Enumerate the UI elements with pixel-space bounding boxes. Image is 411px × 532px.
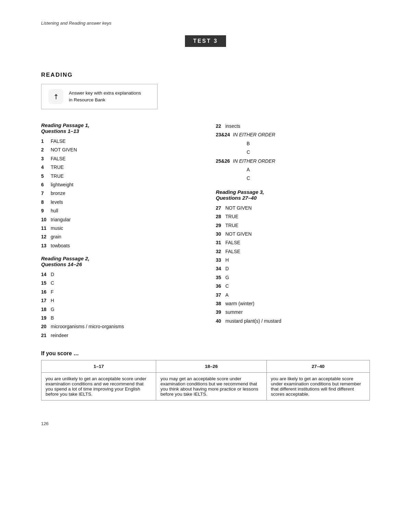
answer-item: A [216,166,370,173]
answer-item: 5TRUE [41,172,195,180]
answer-item: 2NOT GIVEN [41,146,195,153]
passage2-right-section: 22insects 23&24 IN EITHER ORDER B C 25&2… [216,122,370,182]
arrow-icon: ↗ [51,92,61,102]
answer-item: 4TRUE [41,163,195,171]
answer-item: 8levels [41,198,195,206]
answer-item: B [216,140,370,147]
score-col-header: 18–26 [156,360,266,373]
answer-item: 31FALSE [216,239,370,246]
resource-icon: ↗ [48,89,63,104]
left-column: Reading Passage 1, Questions 1–13 1FALSE… [41,119,195,340]
resource-box-text: Answer key with extra explanations in Re… [69,90,141,104]
resource-box: ↗ Answer key with extra explanations in … [41,84,158,109]
answer-item: 38warm (winter) [216,300,370,307]
answer-item: 30NOT GIVEN [216,230,370,238]
answer-item: 35G [216,274,370,281]
passage2-heading: Reading Passage 2, Questions 14–26 [41,256,195,267]
answer-item: 28TRUE [216,213,370,220]
page-subtitle: Listening and Reading answer keys [41,21,370,26]
right-column: 22insects 23&24 IN EITHER ORDER B C 25&2… [216,119,370,340]
score-section: If you score … 1–17 18–26 27–40 you are … [41,350,370,400]
answer-item: 20microorganisms / micro-organisms [41,323,195,330]
answer-item: 6lightweight [41,181,195,188]
answer-item: 32FALSE [216,248,370,255]
answer-item: 12grain [41,233,195,240]
score-cell: you are likely to get an acceptable scor… [266,373,370,400]
answer-item: 40mustard plant(s) / mustard [216,317,370,325]
reading-section: READING ↗ Answer key with extra explanat… [41,72,370,400]
answer-item: 19B [41,314,195,322]
passage3-heading: Reading Passage 3, Questions 27–40 [216,189,370,201]
answer-item: 23&24 IN EITHER ORDER [216,131,370,138]
answer-item: 7bronze [41,189,195,197]
answer-item: 18G [41,306,195,313]
answer-item: 13towboats [41,242,195,249]
score-table: 1–17 18–26 27–40 you are unlikely to get… [41,360,370,400]
passage1-answers: 1FALSE 2NOT GIVEN 3FALSE 4TRUE 5TRUE 6li… [41,137,195,249]
answer-item: 33H [216,256,370,264]
answer-item: 3FALSE [41,155,195,162]
answer-item: 39summer [216,308,370,316]
score-cell: you may get an acceptable score under ex… [156,373,266,400]
score-col-header: 27–40 [266,360,370,373]
section-title: READING [41,72,370,78]
answer-item: C [216,148,370,156]
answer-item: 36C [216,282,370,290]
answer-item: 34D [216,265,370,272]
answer-item: 10triangular [41,216,195,223]
answer-item: 21reindeer [41,332,195,339]
answer-item: 9hull [41,207,195,214]
answer-item: 17H [41,297,195,304]
score-cell: you are unlikely to get an acceptable sc… [41,373,156,400]
score-col-header: 1–17 [41,360,156,373]
page-number: 126 [41,421,370,426]
passage2-section: Reading Passage 2, Questions 14–26 14D 1… [41,256,195,339]
passage3-answers: 27NOT GIVEN 28TRUE 29TRUE 30NOT GIVEN 31… [216,204,370,325]
answer-item: 37A [216,291,370,299]
answer-item: 14D [41,271,195,278]
answer-item: 15C [41,279,195,287]
passage3-section: Reading Passage 3, Questions 27–40 27NOT… [216,189,370,325]
table-row: you are unlikely to get an acceptable sc… [41,373,370,400]
answer-item: 11music [41,224,195,232]
answer-item: C [216,174,370,182]
answer-item: 1FALSE [41,137,195,145]
answer-item: 29TRUE [216,222,370,229]
passage1-heading: Reading Passage 1, Questions 1–13 [41,122,195,134]
answer-item: 16F [41,288,195,296]
passage1-section: Reading Passage 1, Questions 1–13 1FALSE… [41,122,195,249]
passage2-answers: 14D 15C 16F 17H 18G 19B 20microorganisms… [41,271,195,339]
passage2-right-answers: 22insects 23&24 IN EITHER ORDER B C 25&2… [216,122,370,182]
answer-item: 22insects [216,122,370,130]
answer-item: 27NOT GIVEN [216,204,370,212]
answer-item: 25&26 IN EITHER ORDER [216,157,370,165]
score-section-title: If you score … [41,350,370,357]
test-banner: TEST 3 [185,35,226,47]
